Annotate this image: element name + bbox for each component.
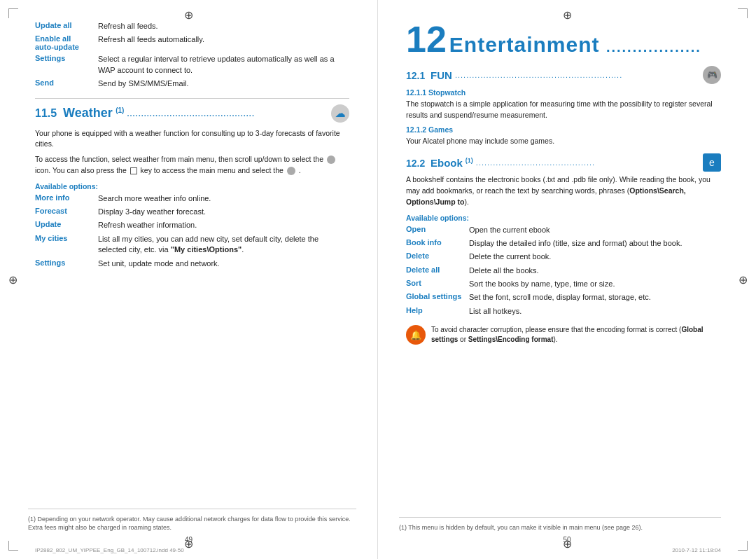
section-12-1-label: 12.1 FUN (406, 69, 452, 81)
section-12-1-dots: ........................................… (452, 71, 699, 79)
chapter-title-dots: .................. (606, 39, 701, 55)
option-row-send: Send Send by SMS/MMS/Email. (35, 78, 349, 92)
subsec-12-1-1: 12.1.1 Stopwatch (406, 88, 721, 97)
ebook-icon: e (703, 153, 721, 172)
option-val-help: List all hotkeys. (469, 306, 721, 319)
option-val-delete-all: Delete all the books. (469, 265, 721, 279)
note-icon: 🔔 (406, 325, 426, 345)
option-key-enable-all: Enable allauto-update (35, 34, 98, 54)
ebook-body: A bookshelf contains the electronic book… (406, 174, 721, 207)
option-row-forecast: Forecast Display 3-day weather forecast. (35, 207, 349, 220)
right-footer-text: 2010-7-12 11:18:04 (672, 547, 721, 553)
option-row-more-info: More info Search more weather info onlin… (35, 193, 349, 207)
corner-tr (738, 8, 748, 18)
option-row-sort: Sort Sort the books by name, type, time … (406, 279, 721, 292)
option-key-delete-all: Delete all (406, 265, 469, 279)
option-key-book-info: Book info (406, 238, 469, 251)
weather-available-options-label: Available options: (35, 182, 349, 191)
option-val-enable-all: Refresh all feeds automatically. (98, 34, 349, 54)
bottom-center-target-left: ⊕ (184, 537, 193, 551)
option-val-more-info: Search more weather info online. (98, 193, 349, 207)
subsec-12-1-2: 12.1.2 Games (406, 125, 721, 134)
weather-small-icon-2 (287, 167, 295, 175)
option-key-update: Update (35, 220, 98, 233)
option-key-update-all: Update all (35, 21, 98, 34)
option-row-enable-all: Enable allauto-update Refresh all feeds … (35, 34, 349, 54)
option-val-update-all: Refresh all feeds. (98, 21, 349, 34)
option-row-global-settings: Global settings Set the font, scroll mod… (406, 292, 721, 305)
option-row-settings-weather: Settings Set unit, update mode and netwo… (35, 258, 349, 272)
weather-small-icon (327, 156, 335, 164)
option-val-my-cities: List all my cities, you can add new city… (98, 234, 349, 258)
option-val-send: Send by SMS/MMS/Email. (98, 78, 349, 92)
left-footnote-area: (1) Depending on your network operator. … (28, 509, 356, 532)
option-key-settings-weather: Settings (35, 258, 98, 272)
option-key-forecast: Forecast (35, 207, 98, 220)
page-spread: ⊕ ⊕ Update all Refresh all feeds. Enable… (0, 0, 756, 559)
option-val-settings: Select a regular interval to retrieve up… (98, 54, 349, 78)
option-key-delete: Delete (406, 251, 469, 265)
weather-cloud-icon: ☁ (331, 104, 349, 123)
option-row-help: Help List all hotkeys. (406, 306, 721, 319)
right-side-target: ⊕ (738, 273, 748, 287)
option-val-sort: Sort the books by name, type, time or si… (469, 279, 721, 292)
games-body: Your Alcatel phone may include some game… (406, 136, 721, 147)
option-val-book-info: Display the detailed info (title, size a… (469, 238, 721, 251)
right-footnote-area: (1) This menu is hidden by default, you … (399, 517, 721, 532)
option-val-delete: Delete the current book. (469, 251, 721, 265)
option-row-delete: Delete Delete the current book. (406, 251, 721, 265)
section-11-5-heading: 11.5 Weather (1) .......................… (35, 104, 349, 123)
top-center-target-right: ⊕ (563, 8, 572, 22)
section-12-2: 12.2 Ebook (1) .........................… (406, 153, 721, 172)
option-row-open: Open Open the current ebook (406, 225, 721, 238)
option-val-update: Refresh weather information. (98, 220, 349, 233)
chapter-num: 12 (406, 21, 447, 57)
fun-game-icon: 🎮 (703, 66, 721, 84)
ebook-available-options-label: Available options: (406, 214, 721, 222)
weather-options-table: More info Search more weather info onlin… (35, 193, 349, 272)
stopwatch-body: The stopwatch is a simple application fo… (406, 99, 721, 121)
note-box: 🔔 To avoid character corruption, please … (406, 325, 721, 345)
section-12-2-label: 12.2 Ebook (1) (406, 157, 473, 169)
chapter-12-heading: 12 Entertainment .................. (406, 21, 721, 57)
menu-key-icon (130, 167, 137, 174)
option-key-global-settings: Global settings (406, 292, 469, 305)
right-footnote: (1) This menu is hidden by default, you … (399, 523, 721, 532)
section-12-1: 12.1 FUN ...............................… (406, 66, 721, 84)
section-12-2-dots: ........................................… (473, 158, 699, 167)
section-11-5-dots: ........................................… (127, 109, 327, 118)
option-key-open: Open (406, 225, 469, 238)
note-text: To avoid character corruption, please en… (431, 325, 721, 345)
section-11-5-label: 11.5 Weather (1) (35, 106, 124, 120)
left-page: ⊕ ⊕ Update all Refresh all feeds. Enable… (0, 0, 378, 559)
weather-body-1: Your phone is equipped with a weather fu… (35, 128, 349, 151)
corner-br (738, 541, 748, 551)
option-key-help: Help (406, 306, 469, 319)
weather-body-2: To access the function, select weather f… (35, 154, 349, 177)
option-row-update: Update Refresh weather information. (35, 220, 349, 233)
divider (35, 98, 349, 99)
option-row-update-all: Update all Refresh all feeds. (35, 21, 349, 34)
option-val-global-settings: Set the font, scroll mode, display forma… (469, 292, 721, 305)
option-row-book-info: Book info Display the detailed info (tit… (406, 238, 721, 251)
bottom-center-target-right: ⊕ (563, 537, 572, 551)
ebook-options-table: Open Open the current ebook Book info Di… (406, 225, 721, 320)
option-row-settings: Settings Select a regular interval to re… (35, 54, 349, 78)
option-key-sort: Sort (406, 279, 469, 292)
option-val-open: Open the current ebook (469, 225, 721, 238)
option-key-settings: Settings (35, 54, 98, 78)
left-footnote: (1) Depending on your network operator. … (28, 515, 356, 532)
top-center-target: ⊕ (184, 8, 193, 22)
option-key-send: Send (35, 78, 98, 92)
option-row-my-cities: My cities List all my cities, you can ad… (35, 234, 349, 258)
corner-tl (8, 8, 18, 18)
top-options-table: Update all Refresh all feeds. Enable all… (35, 21, 349, 92)
option-row-delete-all: Delete all Delete all the books. (406, 265, 721, 279)
option-key-my-cities: My cities (35, 234, 98, 258)
corner-bl (8, 541, 18, 551)
left-footer-text: IP2882_802_UM_YIPPEE_Eng_GB_14_100712.in… (35, 547, 184, 553)
option-val-settings-weather: Set unit, update mode and network. (98, 258, 349, 272)
right-page: ⊕ ⊕ 12 Entertainment .................. … (378, 0, 756, 559)
option-key-more-info: More info (35, 193, 98, 207)
left-side-target: ⊕ (8, 273, 18, 287)
